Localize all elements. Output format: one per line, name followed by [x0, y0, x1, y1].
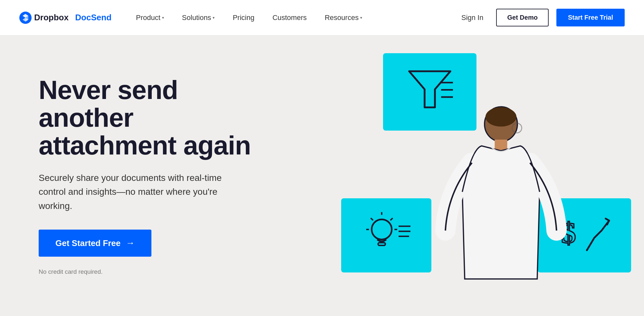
- nav-right: Sign In Get Demo Start Free Trial: [456, 9, 625, 26]
- no-credit-card-text: No credit card required.: [39, 268, 264, 275]
- hero-subtext: Securely share your documents with real-…: [39, 171, 232, 213]
- product-chevron-icon: ▾: [162, 15, 164, 20]
- person-illustration: [427, 95, 575, 298]
- hero-section: Never send another attachment again Secu…: [0, 35, 644, 316]
- svg-point-16: [485, 107, 516, 127]
- nav-resources[interactable]: Resources ▾: [316, 0, 371, 35]
- hero-illustration: $: [341, 53, 631, 298]
- dropbox-logo-icon: [19, 12, 32, 24]
- svg-point-4: [372, 219, 392, 239]
- cta-label: Get Started Free: [55, 238, 120, 248]
- get-started-button[interactable]: Get Started Free →: [39, 230, 151, 257]
- nav-links: Product ▾ Solutions ▾ Pricing Customers …: [127, 0, 456, 35]
- sign-in-link[interactable]: Sign In: [456, 14, 489, 22]
- hero-headline: Never send another attachment again: [39, 76, 264, 159]
- navbar: Dropbox DocSend Product ▾ Solutions ▾ Pr…: [0, 0, 644, 35]
- svg-rect-17: [495, 140, 507, 150]
- logo-docsend-text: DocSend: [75, 13, 111, 23]
- illustration-card-lightbulb: [341, 198, 431, 272]
- nav-product[interactable]: Product ▾: [127, 0, 173, 35]
- logo[interactable]: Dropbox DocSend: [19, 12, 111, 24]
- svg-rect-5: [378, 243, 386, 245]
- resources-chevron-icon: ▾: [360, 15, 362, 20]
- hero-content: Never send another attachment again Secu…: [39, 76, 264, 275]
- solutions-chevron-icon: ▾: [213, 15, 215, 20]
- nav-pricing[interactable]: Pricing: [224, 0, 263, 35]
- svg-line-8: [371, 218, 373, 220]
- svg-line-9: [390, 218, 393, 220]
- cta-arrow-icon: →: [126, 238, 135, 248]
- nav-customers[interactable]: Customers: [264, 0, 316, 35]
- nav-solutions[interactable]: Solutions ▾: [173, 0, 224, 35]
- get-demo-button[interactable]: Get Demo: [496, 9, 548, 26]
- start-trial-button[interactable]: Start Free Trial: [556, 9, 625, 26]
- logo-dropbox-text: Dropbox: [34, 13, 69, 23]
